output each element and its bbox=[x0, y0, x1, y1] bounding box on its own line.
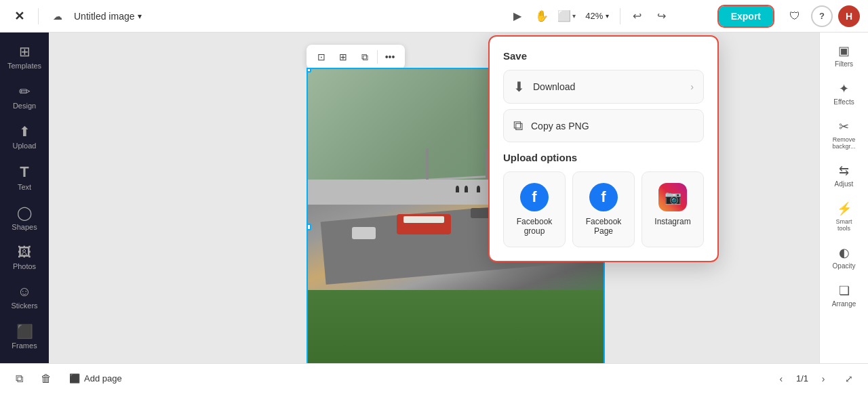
export-button[interactable]: Export bbox=[719, 6, 773, 26]
expand-button[interactable]: ⤢ bbox=[838, 368, 860, 390]
smart-tools-icon: ⚡ bbox=[837, 201, 852, 216]
frame-tool-button[interactable]: ⬜ ▾ bbox=[555, 5, 577, 27]
sidebar-item-stickers[interactable]: ☺ Stickers bbox=[4, 278, 45, 315]
divider-2 bbox=[620, 8, 620, 24]
left-sidebar: ⊞ Templates ✏ Design ⬆ Upload T Text ◯ S… bbox=[0, 33, 49, 363]
avatar[interactable]: H bbox=[838, 5, 860, 27]
add-page-button[interactable]: ⬛ Add page bbox=[62, 371, 129, 386]
facebook-group-icon: f bbox=[520, 183, 549, 211]
copy-png-option[interactable]: ⧉ Copy as PNG bbox=[503, 109, 704, 142]
next-page-button[interactable]: › bbox=[814, 369, 833, 388]
cloud-save-icon[interactable]: ☁ bbox=[47, 5, 68, 27]
upload-icon: ⬆ bbox=[19, 123, 31, 140]
sidebar-item-templates[interactable]: ⊞ Templates bbox=[4, 38, 45, 75]
shapes-icon: ◯ bbox=[17, 205, 32, 221]
opacity-label: Opacity bbox=[833, 262, 856, 270]
document-title-container[interactable]: Untitled image ▾ bbox=[74, 11, 142, 22]
zoom-selector[interactable]: 42% ▾ bbox=[580, 8, 614, 24]
crop-tool-button[interactable]: ⊡ bbox=[312, 47, 331, 66]
add-page-icon: ⬛ bbox=[69, 373, 80, 384]
filters-icon: ▣ bbox=[838, 43, 850, 58]
smart-tools-label: Smarttools bbox=[835, 218, 852, 232]
sidebar-item-label: Design bbox=[13, 102, 36, 110]
right-sidebar-item-filters[interactable]: ▣ Filters bbox=[824, 38, 865, 73]
filters-label: Filters bbox=[835, 60, 853, 68]
adjust-icon: ⇆ bbox=[839, 163, 849, 178]
canvas-area[interactable]: Page 1 ⊡ ⊞ ⧉ ••• bbox=[49, 33, 819, 363]
topbar-right: 🛡 ? H bbox=[784, 5, 860, 27]
upload-instagram[interactable]: 📷 Instagram bbox=[642, 171, 704, 247]
document-title: Untitled image bbox=[74, 11, 135, 22]
select-tool-button[interactable]: ▶ bbox=[507, 5, 528, 27]
right-sidebar: ▣ Filters ✦ Effects ✂ Removebackgr... ⇆ … bbox=[819, 33, 868, 363]
arrange-icon: ❏ bbox=[839, 283, 850, 298]
effects-label: Effects bbox=[833, 98, 854, 106]
sidebar-item-shapes[interactable]: ◯ Shapes bbox=[4, 199, 45, 236]
title-chevron-icon: ▾ bbox=[138, 12, 142, 21]
copy-png-label: Copy as PNG bbox=[531, 121, 694, 131]
handle-mid-left[interactable] bbox=[307, 224, 311, 230]
sidebar-item-photos[interactable]: 🖼 Photos bbox=[4, 239, 45, 276]
effects-icon: ✦ bbox=[839, 81, 849, 96]
sidebar-item-label: Templates bbox=[7, 62, 41, 70]
copy-icon: ⧉ bbox=[513, 118, 523, 133]
duplicate-tool-button[interactable]: ⧉ bbox=[355, 47, 374, 66]
upload-options-grid: f Facebook group f Facebook Page � bbox=[503, 171, 704, 247]
frame-chevron-icon: ▾ bbox=[572, 12, 576, 20]
right-sidebar-item-smart-tools[interactable]: ⚡ Smarttools bbox=[824, 196, 865, 237]
frames-icon: ⬛ bbox=[16, 323, 33, 339]
copy-button[interactable]: ⧉ bbox=[8, 368, 30, 390]
right-sidebar-item-opacity[interactable]: ◐ Opacity bbox=[824, 240, 865, 275]
right-sidebar-item-arrange[interactable]: ❏ Arrange bbox=[824, 278, 865, 313]
facebook-page-icon: f bbox=[589, 183, 618, 211]
frame-icon: ⬜ bbox=[557, 9, 571, 22]
sidebar-item-text[interactable]: T Text bbox=[4, 158, 45, 196]
undo-button[interactable]: ↩ bbox=[626, 5, 648, 27]
prev-page-button[interactable]: ‹ bbox=[772, 369, 791, 388]
photos-icon: 🖼 bbox=[18, 245, 31, 260]
stickers-icon: ☺ bbox=[18, 284, 31, 299]
design-icon: ✏ bbox=[19, 83, 31, 100]
download-option[interactable]: ⬇ Download › bbox=[503, 70, 704, 104]
main-layout: ⊞ Templates ✏ Design ⬆ Upload T Text ◯ S… bbox=[0, 33, 868, 363]
opacity-icon: ◐ bbox=[839, 245, 850, 260]
sidebar-item-upload[interactable]: ⬆ Upload bbox=[4, 118, 45, 155]
topbar: ✕ ☁ Untitled image ▾ ▶ ✋ ⬜ ▾ 42% ▾ ↩ ↪ E… bbox=[0, 0, 868, 33]
hand-tool-button[interactable]: ✋ bbox=[531, 5, 553, 27]
facebook-page-label: Facebook Page bbox=[586, 217, 622, 236]
page-navigation: ‹ 1/1 › bbox=[772, 369, 833, 388]
sidebar-item-label: Upload bbox=[13, 142, 37, 150]
right-sidebar-item-effects[interactable]: ✦ Effects bbox=[824, 76, 865, 111]
remove-bg-label: Removebackgr... bbox=[832, 136, 855, 150]
zoom-value: 42% bbox=[585, 11, 603, 21]
more-options-button[interactable]: ••• bbox=[380, 47, 399, 66]
bus bbox=[397, 214, 451, 234]
right-sidebar-item-adjust[interactable]: ⇆ Adjust bbox=[824, 158, 865, 193]
page-info: 1/1 bbox=[796, 373, 808, 384]
sidebar-item-frames[interactable]: ⬛ Frames bbox=[4, 318, 45, 355]
redo-button[interactable]: ↪ bbox=[650, 5, 672, 27]
upload-facebook-group[interactable]: f Facebook group bbox=[503, 171, 566, 247]
upload-section-title: Upload options bbox=[503, 152, 704, 163]
toolbar-divider bbox=[377, 50, 378, 64]
sidebar-item-label: Stickers bbox=[11, 302, 37, 310]
templates-icon: ⊞ bbox=[19, 43, 31, 60]
export-dropdown: Save ⬇ Download › ⧉ Copy as PNG Upload o… bbox=[488, 35, 719, 262]
text-icon: T bbox=[20, 163, 28, 181]
help-icon[interactable]: ? bbox=[811, 5, 833, 27]
sidebar-item-design[interactable]: ✏ Design bbox=[4, 78, 45, 115]
remove-bg-icon: ✂ bbox=[839, 119, 849, 134]
image-toolbar: ⊡ ⊞ ⧉ ••• bbox=[307, 45, 405, 69]
bottombar: ⧉ 🗑 ⬛ Add page ‹ 1/1 › ⤢ bbox=[0, 363, 868, 393]
right-sidebar-item-remove-bg[interactable]: ✂ Removebackgr... bbox=[824, 114, 865, 155]
upload-facebook-page[interactable]: f Facebook Page bbox=[572, 171, 635, 247]
handle-top-left[interactable] bbox=[307, 68, 311, 73]
app-logo[interactable]: ✕ bbox=[8, 5, 30, 27]
delete-button[interactable]: 🗑 bbox=[35, 368, 57, 390]
zoom-chevron-icon: ▾ bbox=[606, 12, 609, 20]
add-page-label: Add page bbox=[84, 373, 122, 384]
sidebar-item-label: Text bbox=[18, 183, 31, 191]
grid-tool-button[interactable]: ⊞ bbox=[334, 47, 353, 66]
shield-icon[interactable]: 🛡 bbox=[784, 5, 806, 27]
sidebar-item-label: Shapes bbox=[12, 223, 37, 231]
